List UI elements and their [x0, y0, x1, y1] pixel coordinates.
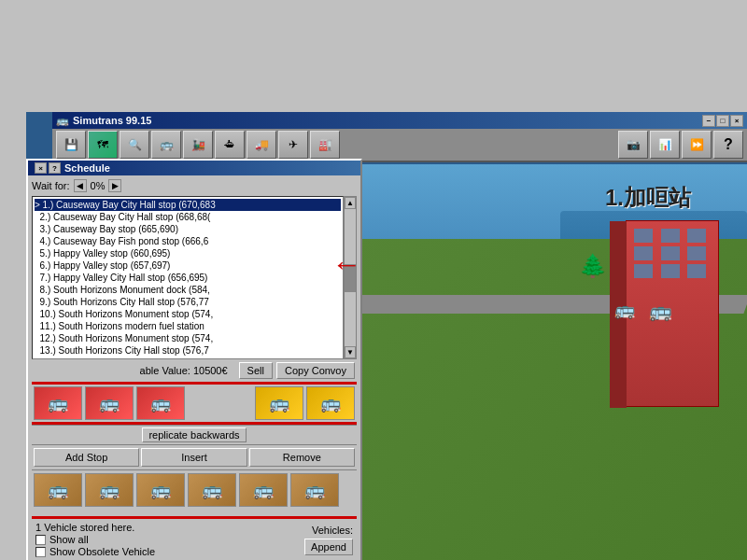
bus2: 🚌	[614, 300, 635, 320]
stop-item-11[interactable]: 11.) South Horizons modern fuel station	[35, 320, 341, 332]
stop-item-10[interactable]: 10.) South Horizons Monument stop (574,	[35, 308, 341, 320]
sim-factory[interactable]: 🏭	[310, 131, 340, 159]
stop-item-13[interactable]: 13.) South Horizons City Hall stop (576,…	[35, 344, 341, 357]
schedule-help-btn[interactable]: ?	[49, 162, 61, 174]
sim-maximize[interactable]: □	[716, 115, 729, 127]
sim-bus[interactable]: 🚌	[151, 131, 181, 159]
value-text: able Value: 10500€	[140, 365, 228, 376]
insert-button[interactable]: Insert	[141, 448, 247, 467]
sim-window: 🚌 Simutrans 99.15 − □ × 💾 🗺 🔍 🚌 🚂 ⛴ 🚚 ✈ …	[52, 112, 747, 162]
value-row: able Value: 10500€ Sell Copy Convoy	[32, 359, 357, 382]
vehicle-stored-4: 🚌	[188, 473, 236, 507]
stop-item-5[interactable]: 5.) Happy Valley stop (660,695)	[35, 247, 341, 259]
append-button[interactable]: Append	[304, 539, 353, 555]
sim-title: Simutrans 99.15	[73, 115, 151, 126]
show-obsolete-row: Show Obsolete Vehicle	[35, 546, 155, 557]
remove-button[interactable]: Remove	[249, 448, 355, 467]
sim-icon: 🚌	[56, 115, 69, 127]
bottom-area: 1 Vehicle stored here. Show all Show Obs…	[32, 519, 357, 560]
red-windows	[627, 221, 718, 286]
sim-search[interactable]: 🔍	[120, 131, 149, 159]
wait-value: 0%	[91, 180, 106, 191]
stop-item-3[interactable]: 3.) Causeway Bay stop (665,690)	[35, 223, 341, 235]
stop-item-1[interactable]: > 1.) Causeway Bay City Hall stop (670,6…	[35, 199, 341, 211]
vehicle-stored-1: 🚌	[34, 473, 82, 507]
sim-minimize[interactable]: −	[702, 115, 715, 127]
copy-convoy-button[interactable]: Copy Convoy	[276, 362, 355, 379]
sim-graph[interactable]: 📊	[650, 131, 680, 159]
replicate-row: replicate backwards	[32, 425, 357, 445]
stop-list[interactable]: > 1.) Causeway Bay City Hall stop (670,6…	[32, 196, 344, 359]
sim-close[interactable]: ×	[730, 115, 743, 127]
sell-button[interactable]: Sell	[239, 362, 273, 379]
sim-help[interactable]: ?	[713, 131, 743, 159]
add-stop-button[interactable]: Add Stop	[34, 448, 139, 467]
stop-item-7[interactable]: 7.) Happy Valley City Hall stop (656,695…	[35, 272, 341, 284]
sim-fast[interactable]: ⏩	[682, 131, 712, 159]
wait-decrease[interactable]: ◀	[74, 179, 87, 192]
red-building	[626, 220, 719, 407]
show-obsolete-checkbox[interactable]	[35, 547, 46, 557]
show-all-checkbox[interactable]	[35, 535, 46, 545]
vehicle-thumb-5: 🚌	[306, 386, 355, 420]
stop-item-4[interactable]: 4.) Causeway Bay Fish pond stop (666,6	[35, 235, 341, 247]
wait-row: Wait for: ◀ 0% ▶	[32, 179, 357, 192]
show-obsolete-label: Show Obsolete Vehicle	[49, 546, 155, 557]
stop-item-6[interactable]: 6.) Happy Valley stop (657,697)	[35, 259, 341, 272]
city-label: 1.加咺站	[605, 183, 691, 213]
vehicle-stored-3: 🚌	[136, 473, 185, 507]
vehicle-thumb-2: 🚌	[85, 386, 134, 420]
vehicle-thumbnails-bottom: 🚌 🚌 🚌 🚌 🚌 🚌	[32, 470, 357, 519]
red-arrow: ←	[331, 247, 361, 282]
sim-train[interactable]: 🚂	[183, 131, 213, 159]
app-bg	[0, 0, 747, 112]
stop-item-2[interactable]: 2.) Causeway Bay City Hall stop (668,68(	[35, 211, 341, 223]
sim-ship[interactable]: ⛴	[215, 131, 245, 159]
sim-camera[interactable]: 📷	[618, 131, 648, 159]
schedule-title-btns: × ?	[35, 162, 61, 174]
vehicle-thumbnails-top: 🚌 🚌 🚌 🚌 🚌	[32, 382, 357, 425]
game-window: ↖ ✥ T ○ ◻ ✏ 🔍 ⬡ 🎨 ◌ ⬜ 🚌 Simutrans 99.15 …	[26, 112, 747, 560]
schedule-dialog: × ? Schedule Wait for: ◀ 0% ▶ > 1.) Caus…	[26, 159, 362, 560]
vehicle-stored-5: 🚌	[239, 473, 288, 507]
wait-increase[interactable]: ▶	[108, 179, 121, 192]
wait-label: Wait for:	[32, 180, 70, 191]
sim-plane[interactable]: ✈	[278, 131, 308, 159]
stop-item-12[interactable]: 12.) South Horizons Monument stop (574,	[35, 332, 341, 344]
stop-item-9[interactable]: 9.) South Horizons City Hall stop (576,7…	[35, 296, 341, 308]
sim-truck[interactable]: 🚚	[247, 131, 276, 159]
stop-list-container: > 1.) Causeway Bay City Hall stop (670,6…	[32, 196, 357, 359]
vehicle-thumb-1: 🚌	[34, 386, 82, 420]
storage-info: 1 Vehicle stored here. Show all Show Obs…	[35, 522, 155, 558]
schedule-close-btn[interactable]: ×	[35, 162, 47, 174]
replicate-backwards-btn[interactable]: replicate backwards	[142, 427, 246, 442]
scroll-down[interactable]: ▼	[345, 346, 356, 358]
schedule-content: Wait for: ◀ 0% ▶ > 1.) Causeway Bay City…	[28, 175, 360, 560]
schedule-title: Schedule	[64, 162, 110, 174]
vehicle-stored-2: 🚌	[85, 473, 134, 507]
stop-item-8[interactable]: 8.) South Horizons Monument dock (584,	[35, 284, 341, 296]
storage-text: 1 Vehicle stored here.	[35, 522, 155, 533]
scroll-up[interactable]: ▲	[345, 197, 356, 209]
sim-titlebar: 🚌 Simutrans 99.15 − □ ×	[52, 112, 747, 129]
action-buttons: Add Stop Insert Remove	[32, 445, 357, 470]
bus1: 🚌	[649, 300, 672, 322]
tree1: 🌲	[579, 253, 607, 279]
vehicle-thumb-3: 🚌	[136, 386, 185, 420]
schedule-titlebar: × ? Schedule	[28, 161, 360, 175]
stop-item-14[interactable]: 14.) South Horizons Monument dock (584	[35, 357, 341, 359]
vehicle-thumb-4: 🚌	[255, 386, 303, 420]
sim-win-controls: − □ ×	[702, 115, 743, 127]
vehicles-section: Vehicles: Append	[304, 525, 353, 555]
sim-save[interactable]: 💾	[56, 131, 86, 159]
vehicles-label: Vehicles:	[312, 525, 353, 536]
show-all-row: Show all	[35, 534, 155, 545]
sim-toolbar: 💾 🗺 🔍 🚌 🚂 ⛴ 🚚 ✈ 🏭 📷 📊 ⏩ ?	[52, 129, 747, 162]
vehicle-stored-6: 🚌	[290, 473, 339, 507]
show-all-label: Show all	[49, 534, 89, 545]
sim-map[interactable]: 🗺	[88, 131, 118, 159]
